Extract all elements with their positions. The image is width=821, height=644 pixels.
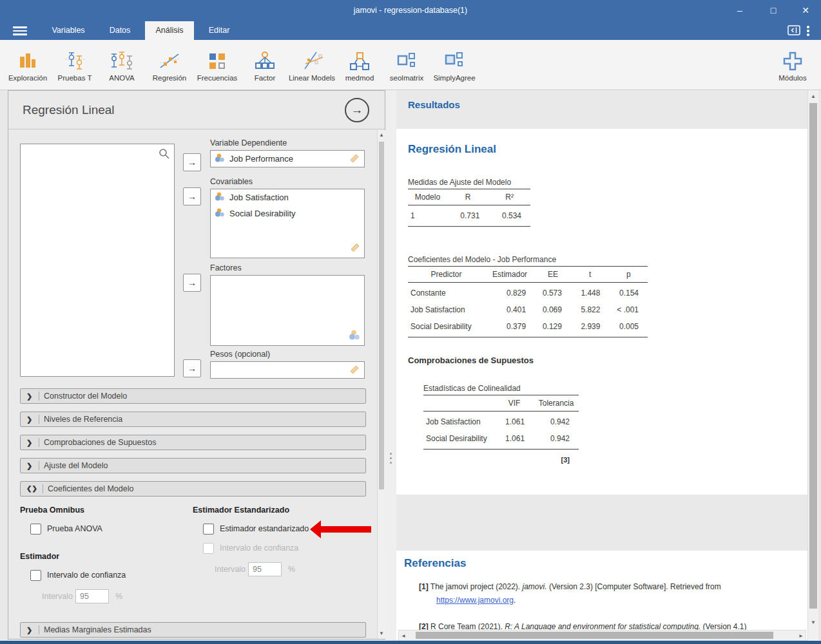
window-title: jamovi - regression-database(1) xyxy=(0,0,821,21)
modules-plus-icon xyxy=(764,43,821,72)
nominal-variable-icon xyxy=(349,330,361,343)
ruler-icon xyxy=(350,242,361,255)
model-fit-table[interactable]: Medidas de Ajuste del Modelo Modelo R R²… xyxy=(408,178,530,227)
title-bar: jamovi - regression-database(1) – □ ✕ xyxy=(0,0,821,21)
assign-factor-button[interactable]: → xyxy=(183,274,201,292)
prueba-anova-checkbox[interactable] xyxy=(30,524,41,535)
scrollbar-thumb[interactable] xyxy=(809,103,817,609)
chevron-down-icon: ❮❯ xyxy=(26,482,37,496)
references-section: Referencias [1] The jamovi project (2022… xyxy=(396,551,807,639)
ruler-icon xyxy=(349,363,360,377)
assumptions-heading[interactable]: Comprobaciones de Supuestos xyxy=(408,355,534,365)
collinearity-table[interactable]: Estadísticas de Colinealidad VIF Toleran… xyxy=(423,384,579,464)
assign-covariate-button[interactable]: → xyxy=(183,187,201,205)
chevron-right-icon: ❯ xyxy=(26,459,32,473)
ribbon-modulos-button[interactable]: Módulos xyxy=(764,43,821,88)
available-variables-list[interactable] xyxy=(20,144,175,377)
results-vertical-scrollbar[interactable]: ▲ ▼ xyxy=(807,90,818,641)
ribbon-simplyagree-button[interactable]: SimplyAgree xyxy=(425,43,483,88)
panel-splitter[interactable] xyxy=(385,90,396,639)
section-comprobaciones-de-supuestos[interactable]: ❯ Comprobaciones de Supuestos xyxy=(20,435,366,450)
weights-box[interactable] xyxy=(210,361,365,379)
references-heading[interactable]: Referencias xyxy=(404,557,466,570)
ruler-icon xyxy=(349,152,360,166)
hamburger-menu-icon[interactable] xyxy=(13,26,27,35)
factors-label: Factores xyxy=(210,263,242,272)
continuous-variable-icon xyxy=(215,208,226,219)
prueba-anova-label[interactable]: Prueba ANOVA xyxy=(47,524,102,533)
hide-options-arrow-button[interactable]: → xyxy=(345,98,369,122)
omnibus-heading: Prueba Omnibus xyxy=(20,506,84,515)
tab-analisis[interactable]: Análisis xyxy=(145,21,194,40)
scroll-right-icon[interactable]: ► xyxy=(798,633,804,639)
table-row: Job Satisfaction 0.401 0.069 5.822 < .00… xyxy=(408,301,648,318)
standardized-ci-checkbox xyxy=(203,543,214,554)
section-constructor-del-modelo[interactable]: ❯ Constructor del Modelo xyxy=(20,388,366,404)
analysis-ribbon: Exploración Pruebas T ANOVA Regresión Fr… xyxy=(0,40,821,90)
section-ajuste-del-modelo[interactable]: ❯ Ajuste del Modelo xyxy=(20,458,366,473)
table-row: Social Desirability 0.379 0.129 2.939 0.… xyxy=(408,318,648,337)
table-header-row: Predictor Estimador EE t p xyxy=(408,267,648,283)
results-analysis-title[interactable]: Regresión Lineal xyxy=(408,143,496,156)
scroll-down-icon[interactable]: ▼ xyxy=(808,620,818,626)
coefficients-table[interactable]: Coeficientes del Modelo - Job Performanc… xyxy=(408,255,648,337)
section-medias-marginales-estimadas[interactable]: ❯ Medias Marginales Estimadas xyxy=(20,622,366,638)
scrollbar-thumb[interactable] xyxy=(379,142,384,489)
interval-input[interactable] xyxy=(75,589,109,603)
options-scrollbar[interactable]: ▲ ▼ xyxy=(377,130,385,639)
interval-label: Intervalo xyxy=(42,592,73,601)
scrollbar-thumb[interactable] xyxy=(416,632,773,639)
table-header-row: Modelo R R² xyxy=(408,189,530,205)
tab-editar[interactable]: Editar xyxy=(198,21,240,40)
list-item[interactable]: Social Desirability xyxy=(211,205,364,222)
percent-label: % xyxy=(115,592,122,601)
results-header: Resultados xyxy=(408,99,460,110)
percent-label: % xyxy=(288,565,295,574)
interval-label: Intervalo xyxy=(215,565,246,574)
continuous-variable-icon xyxy=(215,192,226,203)
results-horizontal-scrollbar[interactable]: ◄ ► xyxy=(398,630,806,641)
estimator-heading: Estimador xyxy=(20,552,59,561)
scroll-down-icon[interactable]: ▼ xyxy=(378,630,385,637)
ci-checkbox[interactable] xyxy=(30,570,41,581)
standardized-estimate-label[interactable]: Estimador estandarizado xyxy=(220,524,309,533)
results-panel-toggle-icon[interactable] xyxy=(787,25,800,35)
list-item[interactable]: Job Satisfaction xyxy=(211,189,364,205)
standardized-estimate-checkbox[interactable] xyxy=(203,524,214,535)
section-coeficientes-del-modelo[interactable]: ❮❯ Coeficientes del Modelo xyxy=(20,481,366,497)
scroll-left-icon[interactable]: ◄ xyxy=(401,633,406,639)
scroll-up-icon[interactable]: ▲ xyxy=(808,93,818,100)
assign-weights-button[interactable]: → xyxy=(183,359,201,377)
ci-label[interactable]: Intervalo de confianza xyxy=(47,571,126,580)
close-button[interactable]: ✕ xyxy=(795,1,816,19)
maximize-button[interactable]: □ xyxy=(762,1,784,19)
covariates-box[interactable]: Job Satisfaction Social Desirability xyxy=(210,189,365,258)
table-row: Social Desirability 1.061 0.942 xyxy=(423,430,579,450)
overflow-menu-icon[interactable] xyxy=(807,26,809,37)
chevron-right-icon: ❯ xyxy=(26,435,32,450)
weights-label: Pesos (opcional) xyxy=(210,350,270,359)
footnote-marker: [3] xyxy=(423,456,579,464)
interval-input[interactable] xyxy=(248,562,282,576)
jamovi-window: jamovi - regression-database(1) – □ ✕ Va… xyxy=(0,0,821,644)
table-row: Job Satisfaction 1.061 0.942 xyxy=(423,412,579,431)
list-item[interactable]: Job Performance xyxy=(211,151,364,167)
dependent-box[interactable]: Job Performance xyxy=(210,150,365,167)
scroll-up-icon[interactable]: ▲ xyxy=(378,132,385,138)
covariates-label: Covariables xyxy=(210,177,253,186)
assign-dependent-button[interactable]: → xyxy=(183,153,201,171)
menu-bar: Variables Datos Análisis Editar xyxy=(0,21,821,40)
minimize-button[interactable]: – xyxy=(729,1,751,19)
jamovi-link[interactable]: https://www.jamovi.org xyxy=(436,596,514,605)
standardized-ci-label: Intervalo de confianza xyxy=(220,544,298,553)
section-niveles-de-referencia[interactable]: ❯ Niveles de Referencia xyxy=(20,412,366,427)
tab-variables[interactable]: Variables xyxy=(45,21,92,40)
standardized-heading: Estimador Estandarizado xyxy=(193,506,289,515)
search-icon[interactable] xyxy=(159,148,170,162)
results-panel: Resultados Regresión Lineal Medidas de A… xyxy=(396,90,807,639)
table-row: 1 0.731 0.534 xyxy=(408,205,530,227)
tab-datos[interactable]: Datos xyxy=(100,21,140,40)
chevron-right-icon: ❯ xyxy=(26,412,32,426)
dependent-label: Variable Dependiente xyxy=(210,138,287,147)
factors-box[interactable] xyxy=(210,275,365,346)
